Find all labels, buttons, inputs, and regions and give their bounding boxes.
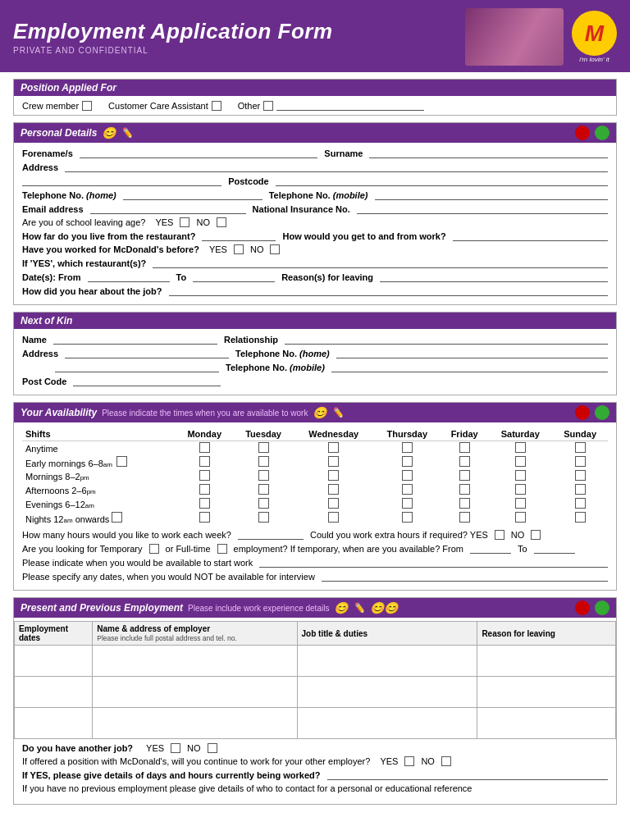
ngt-sun[interactable]: [575, 512, 586, 523]
early-sun[interactable]: [575, 456, 586, 467]
ngt-wed[interactable]: [328, 512, 339, 523]
address2-input[interactable]: [22, 176, 221, 186]
forename-input[interactable]: [80, 148, 318, 158]
emp-reason-2[interactable]: [477, 677, 616, 708]
extra-yes-checkbox[interactable]: [495, 530, 504, 540]
continue-no-checkbox[interactable]: [441, 756, 451, 766]
morn-sat[interactable]: [515, 470, 526, 481]
emp-name-3[interactable]: [93, 708, 297, 739]
emp-reason-3[interactable]: [477, 708, 616, 739]
anytime-wed[interactable]: [328, 442, 339, 453]
email-input[interactable]: [90, 203, 246, 214]
anytime-mon[interactable]: [199, 442, 210, 453]
other-field[interactable]: [276, 100, 424, 111]
early-tue[interactable]: [258, 456, 269, 467]
eve-fri[interactable]: [459, 498, 470, 509]
early-mon[interactable]: [199, 456, 210, 467]
anytime-tue[interactable]: [258, 442, 269, 453]
eve-wed[interactable]: [328, 498, 339, 509]
address-input[interactable]: [65, 162, 608, 172]
early-thu[interactable]: [402, 456, 413, 467]
aft-mon[interactable]: [199, 484, 210, 495]
aft-thu[interactable]: [402, 484, 413, 495]
aft-sat[interactable]: [515, 484, 526, 495]
worked-yes-checkbox[interactable]: [234, 244, 244, 254]
customer-care-checkbox[interactable]: [212, 101, 221, 111]
morn-sun[interactable]: [575, 470, 586, 481]
morn-fri[interactable]: [459, 470, 470, 481]
anytime-sun[interactable]: [575, 442, 586, 453]
how-far-input[interactable]: [202, 231, 276, 241]
morn-mon[interactable]: [199, 470, 210, 481]
eve-sat[interactable]: [515, 498, 526, 509]
early-sat[interactable]: [515, 456, 526, 467]
temp-checkbox[interactable]: [149, 544, 159, 554]
eve-sun[interactable]: [575, 498, 586, 509]
crew-member-checkbox[interactable]: [82, 101, 92, 111]
ngt-thu[interactable]: [402, 512, 413, 523]
postcode-input[interactable]: [276, 176, 608, 186]
emp-date-3[interactable]: [15, 708, 93, 739]
another-no-checkbox[interactable]: [208, 743, 217, 753]
kin-tel-home-input[interactable]: [336, 348, 608, 358]
morn-wed[interactable]: [328, 470, 339, 481]
dates-from-input[interactable]: [88, 272, 170, 282]
emp-name-2[interactable]: [93, 677, 297, 708]
emp-job-2[interactable]: [297, 677, 477, 708]
hours-input[interactable]: [238, 529, 304, 540]
tel-mobile-input[interactable]: [375, 189, 608, 200]
extra-no-checkbox[interactable]: [531, 530, 541, 540]
kin-postcode-input[interactable]: [73, 376, 221, 386]
eve-mon[interactable]: [199, 498, 210, 509]
ngt-tue[interactable]: [258, 512, 269, 523]
ni-input[interactable]: [357, 203, 608, 214]
aft-fri[interactable]: [459, 484, 470, 495]
fulltime-checkbox[interactable]: [217, 544, 227, 554]
emp-name-1[interactable]: [93, 646, 297, 677]
kin-address-input[interactable]: [65, 348, 229, 358]
kin-tel-mobile-input[interactable]: [331, 362, 608, 372]
early-extra-cb[interactable]: [116, 456, 127, 467]
not-avail-input[interactable]: [322, 571, 608, 582]
ngt-fri[interactable]: [459, 512, 470, 523]
emp-date-1[interactable]: [15, 646, 93, 677]
emp-job-1[interactable]: [297, 646, 477, 677]
kin-name-input[interactable]: [53, 334, 217, 345]
kin-address2-input[interactable]: [55, 362, 219, 372]
emp-date-2[interactable]: [15, 677, 93, 708]
anytime-thu[interactable]: [402, 442, 413, 453]
if-yes-hours-input[interactable]: [327, 769, 608, 780]
temp-to-input[interactable]: [534, 543, 575, 554]
eve-tue[interactable]: [258, 498, 269, 509]
which-restaurant-input[interactable]: [153, 258, 608, 268]
eve-thu[interactable]: [402, 498, 413, 509]
aft-tue[interactable]: [258, 484, 269, 495]
tel-home-input[interactable]: [123, 189, 262, 200]
another-yes-checkbox[interactable]: [171, 743, 180, 753]
aft-sun[interactable]: [575, 484, 586, 495]
reason-leaving-input[interactable]: [380, 272, 608, 282]
continue-yes-checkbox[interactable]: [404, 756, 414, 766]
temp-from-input[interactable]: [470, 543, 511, 554]
anytime-fri[interactable]: [459, 442, 470, 453]
early-fri[interactable]: [459, 456, 470, 467]
start-work-input[interactable]: [259, 557, 608, 568]
dates-to-input[interactable]: [193, 272, 275, 282]
how-get-input[interactable]: [453, 231, 608, 241]
ngt-mon[interactable]: [199, 512, 210, 523]
morn-tue[interactable]: [258, 470, 269, 481]
school-no-checkbox[interactable]: [217, 217, 226, 227]
other-checkbox[interactable]: [263, 101, 273, 111]
emp-job-3[interactable]: [297, 708, 477, 739]
kin-relationship-input[interactable]: [285, 334, 608, 345]
aft-wed[interactable]: [328, 484, 339, 495]
surname-input[interactable]: [369, 148, 608, 158]
ngt-sat[interactable]: [515, 512, 526, 523]
emp-reason-1[interactable]: [477, 646, 616, 677]
anytime-sat[interactable]: [515, 442, 526, 453]
early-wed[interactable]: [328, 456, 339, 467]
morn-thu[interactable]: [402, 470, 413, 481]
worked-no-checkbox[interactable]: [270, 244, 280, 254]
nights-extra-cb[interactable]: [112, 512, 122, 523]
school-yes-checkbox[interactable]: [180, 217, 189, 227]
